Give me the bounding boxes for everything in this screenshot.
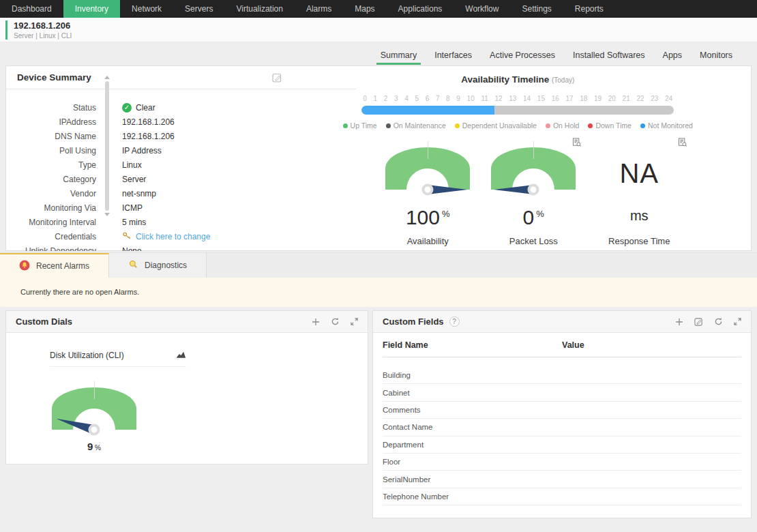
field-value-text: ICMP <box>122 203 143 213</box>
field-value-text: None <box>122 246 142 252</box>
status-text: Clear <box>136 103 155 113</box>
gauge-hub <box>89 424 100 436</box>
help-icon[interactable]: ? <box>449 316 460 327</box>
dial-gauge <box>52 387 136 430</box>
field-value: 5 mins <box>122 218 146 227</box>
table-row-cabinet: Cabinet <box>383 384 741 401</box>
expand-icon[interactable] <box>734 318 741 325</box>
nav-item-dashboard[interactable]: Dashboard <box>0 0 63 18</box>
custom-dials-body: Disk Utilization (CLI)9 % <box>6 351 368 452</box>
device-summary-scrollbar[interactable] <box>104 76 110 220</box>
field-label: Status <box>6 103 96 113</box>
nav-item-applications[interactable]: Applications <box>387 0 454 18</box>
hour-label: 15 <box>537 95 545 102</box>
legend-dot-icon <box>343 123 348 128</box>
nav-item-maps[interactable]: Maps <box>343 0 386 18</box>
custom-dials-card: Custom Dials Disk Utilization (CLI)9 % <box>5 310 368 464</box>
scroll-up-icon[interactable] <box>104 76 110 79</box>
availability-pane: Availability Timeline (Today) 0123456789… <box>356 66 751 250</box>
tab-summary[interactable]: Summary <box>381 50 417 65</box>
nav-item-network[interactable]: Network <box>120 0 173 18</box>
edit-icon[interactable] <box>272 72 282 83</box>
area-chart-icon[interactable] <box>176 351 186 360</box>
gauge-response-time: NAmsResponse Time <box>588 147 690 246</box>
gauge-value-unit: % <box>442 209 450 219</box>
field-value-text: 192.168.1.206 <box>122 132 175 141</box>
availability-title-text: Availability Timeline <box>461 74 549 85</box>
field-label: Type <box>6 160 96 170</box>
tab-installed-softwares[interactable]: Installed Softwares <box>573 50 645 65</box>
gauge-value-number: NA <box>619 158 659 189</box>
summary-card: Device Summary StatusClearIPAddress192.1… <box>5 65 752 251</box>
report-icon[interactable] <box>678 138 687 150</box>
availability-title: Availability Timeline (Today) <box>361 74 674 85</box>
custom-dials-header: Custom Dials <box>6 311 368 333</box>
expand-icon[interactable] <box>351 318 358 325</box>
summary-row-vendor: Vendornet-snmp <box>6 186 356 201</box>
summary-row-ipaddress: IPAddress192.168.1.206 <box>6 115 356 129</box>
no-alarms-message: Currently there are no open Alarms. <box>0 278 757 296</box>
field-name-cell: SerialNumber <box>383 475 562 484</box>
nav-item-alarms[interactable]: Alarms <box>295 0 343 18</box>
field-name-cell: Cabinet <box>383 389 562 397</box>
edit-icon[interactable] <box>694 317 703 326</box>
field-value-text: net-snmp <box>122 189 156 198</box>
table-row-department: Department <box>383 437 741 454</box>
custom-dial-label: Disk Utilization (CLI) <box>50 351 124 360</box>
alarm-tab-recent-alarms[interactable]: Recent Alarms <box>0 253 109 278</box>
legend-dot-icon <box>386 123 391 128</box>
hour-label: 13 <box>509 95 516 102</box>
timeline-hour-labels: 0123456789101112131415161718192021222324 <box>361 95 674 102</box>
device-summary-list: StatusClearIPAddress192.168.1.206DNS Nam… <box>6 89 356 251</box>
field-value-text: 5 mins <box>122 218 146 227</box>
gauge-value-unit: % <box>536 209 544 219</box>
alarm-tab-diagnostics[interactable]: Diagnostics <box>109 253 207 278</box>
hour-label: 6 <box>426 95 430 102</box>
field-value: Linux <box>122 160 142 170</box>
legend-dot-icon <box>546 123 550 128</box>
nav-item-virtualization[interactable]: Virtualization <box>224 0 294 18</box>
gauge-caption: Response Time <box>588 236 690 246</box>
dial-gauge <box>385 147 470 190</box>
gauge-caption: Packet Loss <box>482 236 584 246</box>
credentials-change-link[interactable]: Click here to change <box>136 232 210 241</box>
field-label: Monitoring Via <box>6 203 96 213</box>
scroll-down-icon[interactable] <box>104 213 110 216</box>
field-value: net-snmp <box>122 189 156 198</box>
legend-dependent-unavailable: Dependent Unavailable <box>455 121 537 130</box>
nav-item-reports[interactable]: Reports <box>563 0 615 18</box>
tab-active-processes[interactable]: Active Processes <box>490 50 555 65</box>
nav-item-workflow[interactable]: Workflow <box>454 0 510 18</box>
nav-item-settings[interactable]: Settings <box>510 0 563 18</box>
add-icon[interactable] <box>312 318 320 326</box>
add-icon[interactable] <box>675 318 683 326</box>
legend-on-maintenance: On Maintenance <box>386 121 446 130</box>
gauge-tick <box>428 141 428 159</box>
summary-row-monitoring-interval: Monitoring Interval5 mins <box>6 215 356 229</box>
tab-apps[interactable]: Apps <box>663 50 683 65</box>
field-label: Vendor <box>6 189 96 198</box>
nav-item-servers[interactable]: Servers <box>173 0 224 18</box>
custom-fields-rows: BuildingCabinetCommentsContact NameDepar… <box>383 367 741 505</box>
field-name-cell: Telephone Number <box>383 492 562 501</box>
tab-interfaces[interactable]: Interfaces <box>434 50 472 65</box>
legend-dot-icon <box>640 123 645 128</box>
device-header: 192.168.1.206 Server | Linux | CLI <box>0 18 757 42</box>
scroll-thumb[interactable] <box>105 81 109 211</box>
gauge-caption: Availability <box>376 236 479 246</box>
hour-label: 18 <box>580 95 587 102</box>
device-info: 192.168.1.206 Server | Linux | CLI <box>14 20 72 40</box>
tab-monitors[interactable]: Monitors <box>700 50 732 65</box>
field-value: Clear <box>122 103 155 113</box>
top-nav: DashboardInventoryNetworkServersVirtuali… <box>0 0 757 18</box>
nav-item-inventory[interactable]: Inventory <box>63 0 120 18</box>
refresh-icon[interactable] <box>331 317 340 326</box>
table-row-building: Building <box>383 367 741 384</box>
legend-label: On Maintenance <box>394 121 446 130</box>
custom-dial-value: 9 % <box>50 441 138 452</box>
refresh-icon[interactable] <box>714 317 723 326</box>
summary-row-category: CategoryServer <box>6 172 356 186</box>
table-row-floor: Floor <box>383 454 741 471</box>
legend-on-hold: On Hold <box>546 121 580 130</box>
availability-title-sub: (Today) <box>552 76 574 84</box>
